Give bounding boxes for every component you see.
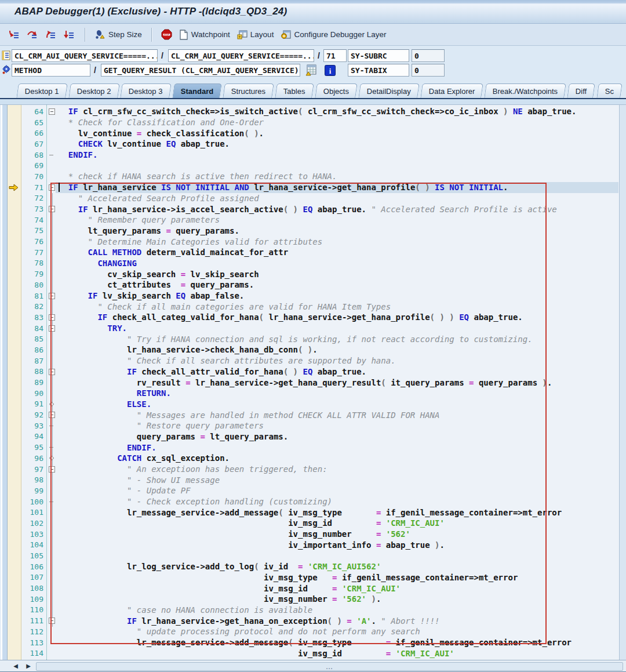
code-line-84[interactable]: 84 TRY. (0, 323, 619, 334)
fold-margin-cell[interactable] (47, 182, 59, 193)
tab-tables[interactable]: Tables (275, 83, 314, 98)
code-line-64[interactable]: 64 IF cl_crm_sfw_cc_switch_check=>is_swi… (0, 106, 619, 117)
display-data-object-button[interactable] (305, 64, 318, 77)
code-line-94[interactable]: 94 query_params = lt_query_params. (0, 431, 619, 442)
breakpoint-cell[interactable] (0, 605, 21, 616)
fold-margin-cell[interactable] (47, 290, 59, 302)
code-line-72[interactable]: 72 " Accelerated Search Profile assigned (0, 193, 619, 204)
breakpoint-cell[interactable] (0, 193, 21, 204)
code-line-91[interactable]: 91 ELSE. (0, 399, 619, 410)
breakpoint-cell[interactable] (0, 615, 21, 626)
watchpoint-button[interactable]: Watchpoint (177, 28, 232, 41)
code-line-111[interactable]: 111 IF lr_hana_service->get_hana_on_exce… (0, 615, 619, 626)
breakpoint-cell[interactable] (0, 344, 21, 355)
breakpoint-cell[interactable] (0, 279, 21, 290)
breakpoint-cell[interactable] (0, 507, 21, 518)
step-size-button[interactable]: Step Size (92, 28, 144, 41)
tab-desktop-2[interactable]: Desktop 2 (68, 83, 119, 98)
code-line-95[interactable]: 95 ENDIF. (0, 442, 619, 453)
scrollbar-thumb[interactable]: ... (36, 662, 623, 671)
code-line-68[interactable]: 68 ENDIF. (0, 150, 619, 161)
code-line-83[interactable]: 83 IF check_all_categ_valid_for_hana( lr… (0, 312, 619, 323)
breakpoint-cell[interactable] (0, 399, 21, 410)
code-line-88[interactable]: 88 IF check_all_attr_valid_for_hana( ) E… (0, 366, 619, 377)
code-line-109[interactable]: 109 iv_msg_number = '562' ). (0, 594, 619, 605)
breakpoint-cell[interactable] (0, 583, 21, 594)
fold-margin-cell[interactable] (47, 464, 59, 475)
fold-toggle-icon[interactable] (49, 369, 55, 375)
breakpoint-cell[interactable] (0, 247, 21, 258)
breakpoint-cell[interactable] (0, 117, 21, 128)
breakpoint-cell[interactable] (0, 150, 21, 161)
tab-detaildisplay[interactable]: DetailDisplay (358, 83, 419, 98)
breakpoint-cell[interactable] (0, 139, 21, 150)
fold-toggle-icon[interactable] (49, 293, 55, 299)
code-line-102[interactable]: 102 iv_msg_id = 'CRM_IC_AUI' (0, 518, 619, 529)
fold-margin-cell[interactable] (47, 106, 59, 117)
fold-toggle-icon[interactable] (49, 206, 55, 212)
breakpoint-cell[interactable] (0, 312, 21, 323)
code-line-67[interactable]: 67 CHECK lv_continue EQ abap_true. (0, 139, 619, 150)
step-return-button[interactable] (43, 28, 59, 41)
breakpoint-cell[interactable] (0, 572, 21, 583)
code-line-103[interactable]: 103 iv_msg_number = '562' (0, 529, 619, 540)
code-line-79[interactable]: 79 cv_skip_search = lv_skip_search (0, 268, 619, 279)
breakpoint-cell[interactable] (0, 128, 21, 139)
configure-debugger-layer-button[interactable]: Configure Debugger Layer (278, 28, 388, 41)
tab-desktop-3[interactable]: Desktop 3 (120, 83, 171, 98)
breakpoint-cell[interactable] (0, 160, 21, 171)
code-line-66[interactable]: 66 lv_continue = check_classification( )… (0, 128, 619, 139)
continue-button[interactable] (61, 28, 78, 41)
breakpoint-cell[interactable] (0, 268, 21, 279)
breakpoint-cell[interactable] (0, 290, 21, 302)
fold-margin-cell[interactable] (47, 323, 59, 334)
breakpoint-cell[interactable] (0, 355, 21, 366)
breakpoint-cell[interactable] (0, 377, 21, 388)
info-button[interactable]: i (323, 64, 336, 77)
breakpoint-cell[interactable] (0, 215, 21, 226)
fold-toggle-icon[interactable] (49, 617, 55, 624)
breakpoint-cell[interactable] (0, 236, 21, 247)
code-line-70[interactable]: 70 * check if HANA search is active then… (0, 171, 619, 182)
breakpoint-cell[interactable] (0, 474, 21, 485)
breakpoint-cell[interactable] (0, 529, 21, 540)
breakpoint-cell[interactable] (0, 485, 21, 496)
breakpoint-cell[interactable] (0, 366, 21, 377)
code-line-85[interactable]: 85 " Try if HANA connection and sql is w… (0, 333, 619, 344)
breakpoint-cell[interactable] (0, 323, 21, 334)
breakpoint-cell[interactable] (0, 420, 21, 431)
code-line-77[interactable]: 77 CALL METHOD determ_valid_maincat_for_… (0, 247, 619, 258)
breakpoint-cell[interactable] (0, 561, 21, 572)
code-line-86[interactable]: 86 lr_hana_service->check_hana_db_conn( … (0, 344, 619, 355)
event-name-field[interactable]: GET_QUERY_RESULT (CL_CRM_AUI_QUERY_SERVI… (101, 64, 300, 77)
breakpoint-cell[interactable] (0, 594, 21, 605)
step-into-button[interactable] (6, 28, 22, 41)
tab-diff[interactable]: Diff (567, 83, 596, 98)
fold-margin-cell[interactable] (47, 409, 59, 420)
code-line-112[interactable]: 112 " update processing protocol and do … (0, 626, 619, 637)
fold-toggle-icon[interactable] (49, 108, 55, 115)
code-line-65[interactable]: 65 * Check for Classification and One-Or… (0, 117, 619, 128)
breakpoint-cell[interactable] (0, 431, 21, 442)
event-type-field[interactable]: METHOD (12, 64, 90, 77)
tab-data-explorer[interactable]: Data Explorer (420, 83, 483, 98)
include-field[interactable]: CL_CRM_AUI_QUERY_SERVICE=====... (168, 49, 314, 62)
code-line-101[interactable]: 101 lr_message_service->add_message( iv_… (0, 507, 619, 518)
breakpoint-cell[interactable] (0, 333, 21, 344)
layout-button[interactable]: Layout (235, 28, 276, 41)
code-line-80[interactable]: 80 ct_attributes = query_params. (0, 279, 619, 290)
breakpoint-cell[interactable] (0, 106, 21, 117)
code-line-110[interactable]: 110 " case no HANA connection is availab… (0, 605, 619, 616)
code-line-89[interactable]: 89 rv_result = lr_hana_service->get_hana… (0, 377, 619, 388)
code-line-97[interactable]: 97 " An exceptioon has been triggered, t… (0, 464, 619, 475)
sy-subrc-label-field[interactable]: SY-SUBRC (348, 49, 409, 62)
code-line-78[interactable]: 78 CHANGING (0, 258, 619, 269)
sy-tabix-label-field[interactable]: SY-TABIX (348, 64, 409, 77)
code-line-96[interactable]: 96 CATCH cx_sql_exception. (0, 453, 619, 464)
breakpoint-cell[interactable] (0, 464, 21, 475)
tab-objects[interactable]: Objects (315, 83, 358, 98)
breakpoint-cell[interactable] (0, 453, 21, 464)
code-line-106[interactable]: 106 lr_log_service->add_to_log( iv_id = … (0, 561, 619, 572)
code-line-73[interactable]: 73 IF lr_hana_service->is_accel_search_a… (0, 204, 619, 215)
breakpoint-cell[interactable] (0, 388, 21, 399)
